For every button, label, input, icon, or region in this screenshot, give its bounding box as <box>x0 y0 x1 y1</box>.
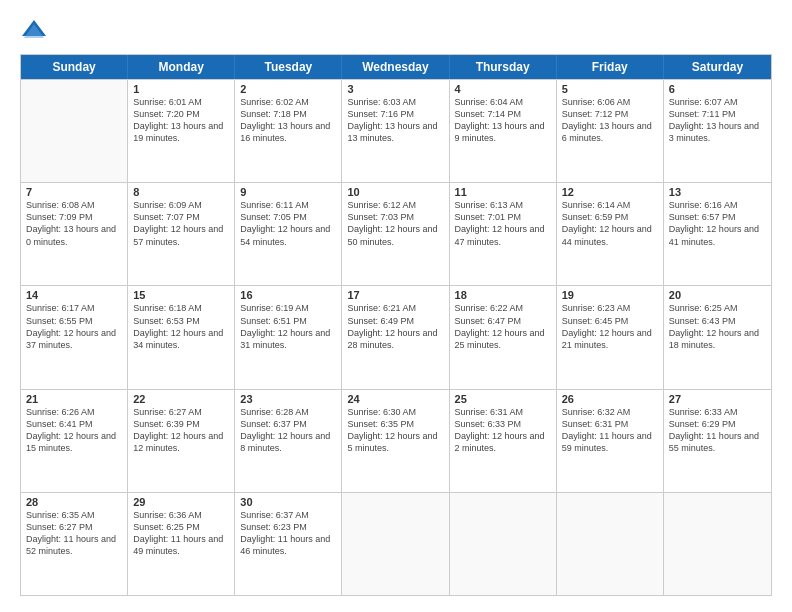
calendar-cell-r4-c5 <box>557 493 664 595</box>
calendar-cell-r3-c3: 24Sunrise: 6:30 AM Sunset: 6:35 PM Dayli… <box>342 390 449 492</box>
calendar-cell-r3-c2: 23Sunrise: 6:28 AM Sunset: 6:37 PM Dayli… <box>235 390 342 492</box>
day-info: Sunrise: 6:04 AM Sunset: 7:14 PM Dayligh… <box>455 96 551 145</box>
day-number: 19 <box>562 289 658 301</box>
calendar-cell-r4-c0: 28Sunrise: 6:35 AM Sunset: 6:27 PM Dayli… <box>21 493 128 595</box>
calendar-cell-r2-c2: 16Sunrise: 6:19 AM Sunset: 6:51 PM Dayli… <box>235 286 342 388</box>
calendar-row-1: 1Sunrise: 6:01 AM Sunset: 7:20 PM Daylig… <box>21 79 771 182</box>
day-number: 18 <box>455 289 551 301</box>
calendar-row-2: 7Sunrise: 6:08 AM Sunset: 7:09 PM Daylig… <box>21 182 771 285</box>
day-number: 6 <box>669 83 766 95</box>
day-info: Sunrise: 6:30 AM Sunset: 6:35 PM Dayligh… <box>347 406 443 455</box>
day-number: 9 <box>240 186 336 198</box>
calendar-cell-r1-c2: 9Sunrise: 6:11 AM Sunset: 7:05 PM Daylig… <box>235 183 342 285</box>
day-number: 8 <box>133 186 229 198</box>
page: SundayMondayTuesdayWednesdayThursdayFrid… <box>0 0 792 612</box>
calendar-row-4: 21Sunrise: 6:26 AM Sunset: 6:41 PM Dayli… <box>21 389 771 492</box>
day-number: 10 <box>347 186 443 198</box>
day-number: 26 <box>562 393 658 405</box>
day-number: 28 <box>26 496 122 508</box>
weekday-header-tuesday: Tuesday <box>235 55 342 79</box>
day-number: 22 <box>133 393 229 405</box>
day-info: Sunrise: 6:32 AM Sunset: 6:31 PM Dayligh… <box>562 406 658 455</box>
day-info: Sunrise: 6:17 AM Sunset: 6:55 PM Dayligh… <box>26 302 122 351</box>
calendar-cell-r0-c5: 5Sunrise: 6:06 AM Sunset: 7:12 PM Daylig… <box>557 80 664 182</box>
day-info: Sunrise: 6:28 AM Sunset: 6:37 PM Dayligh… <box>240 406 336 455</box>
day-number: 20 <box>669 289 766 301</box>
day-number: 12 <box>562 186 658 198</box>
day-info: Sunrise: 6:08 AM Sunset: 7:09 PM Dayligh… <box>26 199 122 248</box>
day-info: Sunrise: 6:25 AM Sunset: 6:43 PM Dayligh… <box>669 302 766 351</box>
day-number: 13 <box>669 186 766 198</box>
day-info: Sunrise: 6:19 AM Sunset: 6:51 PM Dayligh… <box>240 302 336 351</box>
calendar-row-3: 14Sunrise: 6:17 AM Sunset: 6:55 PM Dayli… <box>21 285 771 388</box>
day-info: Sunrise: 6:37 AM Sunset: 6:23 PM Dayligh… <box>240 509 336 558</box>
day-number: 27 <box>669 393 766 405</box>
calendar-cell-r0-c2: 2Sunrise: 6:02 AM Sunset: 7:18 PM Daylig… <box>235 80 342 182</box>
day-info: Sunrise: 6:12 AM Sunset: 7:03 PM Dayligh… <box>347 199 443 248</box>
day-info: Sunrise: 6:03 AM Sunset: 7:16 PM Dayligh… <box>347 96 443 145</box>
calendar-cell-r2-c1: 15Sunrise: 6:18 AM Sunset: 6:53 PM Dayli… <box>128 286 235 388</box>
day-info: Sunrise: 6:02 AM Sunset: 7:18 PM Dayligh… <box>240 96 336 145</box>
day-info: Sunrise: 6:18 AM Sunset: 6:53 PM Dayligh… <box>133 302 229 351</box>
day-info: Sunrise: 6:23 AM Sunset: 6:45 PM Dayligh… <box>562 302 658 351</box>
calendar-cell-r2-c6: 20Sunrise: 6:25 AM Sunset: 6:43 PM Dayli… <box>664 286 771 388</box>
calendar-cell-r0-c4: 4Sunrise: 6:04 AM Sunset: 7:14 PM Daylig… <box>450 80 557 182</box>
calendar: SundayMondayTuesdayWednesdayThursdayFrid… <box>20 54 772 596</box>
weekday-header-friday: Friday <box>557 55 664 79</box>
logo <box>20 16 52 44</box>
day-info: Sunrise: 6:13 AM Sunset: 7:01 PM Dayligh… <box>455 199 551 248</box>
weekday-header-monday: Monday <box>128 55 235 79</box>
calendar-cell-r0-c0 <box>21 80 128 182</box>
day-number: 24 <box>347 393 443 405</box>
header <box>20 16 772 44</box>
day-number: 5 <box>562 83 658 95</box>
day-info: Sunrise: 6:07 AM Sunset: 7:11 PM Dayligh… <box>669 96 766 145</box>
day-number: 15 <box>133 289 229 301</box>
day-number: 3 <box>347 83 443 95</box>
logo-icon <box>20 16 48 44</box>
calendar-cell-r3-c6: 27Sunrise: 6:33 AM Sunset: 6:29 PM Dayli… <box>664 390 771 492</box>
calendar-cell-r1-c1: 8Sunrise: 6:09 AM Sunset: 7:07 PM Daylig… <box>128 183 235 285</box>
calendar-cell-r4-c4 <box>450 493 557 595</box>
calendar-body: 1Sunrise: 6:01 AM Sunset: 7:20 PM Daylig… <box>21 79 771 595</box>
day-number: 17 <box>347 289 443 301</box>
day-info: Sunrise: 6:31 AM Sunset: 6:33 PM Dayligh… <box>455 406 551 455</box>
day-info: Sunrise: 6:36 AM Sunset: 6:25 PM Dayligh… <box>133 509 229 558</box>
calendar-cell-r4-c1: 29Sunrise: 6:36 AM Sunset: 6:25 PM Dayli… <box>128 493 235 595</box>
weekday-header-saturday: Saturday <box>664 55 771 79</box>
day-number: 4 <box>455 83 551 95</box>
day-number: 7 <box>26 186 122 198</box>
calendar-header: SundayMondayTuesdayWednesdayThursdayFrid… <box>21 55 771 79</box>
calendar-cell-r0-c6: 6Sunrise: 6:07 AM Sunset: 7:11 PM Daylig… <box>664 80 771 182</box>
day-info: Sunrise: 6:26 AM Sunset: 6:41 PM Dayligh… <box>26 406 122 455</box>
day-number: 25 <box>455 393 551 405</box>
day-number: 21 <box>26 393 122 405</box>
weekday-header-wednesday: Wednesday <box>342 55 449 79</box>
day-info: Sunrise: 6:27 AM Sunset: 6:39 PM Dayligh… <box>133 406 229 455</box>
day-info: Sunrise: 6:22 AM Sunset: 6:47 PM Dayligh… <box>455 302 551 351</box>
calendar-cell-r2-c4: 18Sunrise: 6:22 AM Sunset: 6:47 PM Dayli… <box>450 286 557 388</box>
calendar-cell-r3-c1: 22Sunrise: 6:27 AM Sunset: 6:39 PM Dayli… <box>128 390 235 492</box>
weekday-header-thursday: Thursday <box>450 55 557 79</box>
day-number: 23 <box>240 393 336 405</box>
day-info: Sunrise: 6:35 AM Sunset: 6:27 PM Dayligh… <box>26 509 122 558</box>
day-number: 2 <box>240 83 336 95</box>
day-number: 16 <box>240 289 336 301</box>
day-info: Sunrise: 6:16 AM Sunset: 6:57 PM Dayligh… <box>669 199 766 248</box>
calendar-cell-r2-c3: 17Sunrise: 6:21 AM Sunset: 6:49 PM Dayli… <box>342 286 449 388</box>
day-number: 30 <box>240 496 336 508</box>
calendar-cell-r3-c4: 25Sunrise: 6:31 AM Sunset: 6:33 PM Dayli… <box>450 390 557 492</box>
calendar-cell-r0-c1: 1Sunrise: 6:01 AM Sunset: 7:20 PM Daylig… <box>128 80 235 182</box>
calendar-cell-r1-c0: 7Sunrise: 6:08 AM Sunset: 7:09 PM Daylig… <box>21 183 128 285</box>
calendar-cell-r3-c0: 21Sunrise: 6:26 AM Sunset: 6:41 PM Dayli… <box>21 390 128 492</box>
day-info: Sunrise: 6:14 AM Sunset: 6:59 PM Dayligh… <box>562 199 658 248</box>
calendar-cell-r1-c5: 12Sunrise: 6:14 AM Sunset: 6:59 PM Dayli… <box>557 183 664 285</box>
day-number: 1 <box>133 83 229 95</box>
calendar-cell-r4-c2: 30Sunrise: 6:37 AM Sunset: 6:23 PM Dayli… <box>235 493 342 595</box>
day-info: Sunrise: 6:21 AM Sunset: 6:49 PM Dayligh… <box>347 302 443 351</box>
day-number: 11 <box>455 186 551 198</box>
day-info: Sunrise: 6:33 AM Sunset: 6:29 PM Dayligh… <box>669 406 766 455</box>
calendar-cell-r2-c0: 14Sunrise: 6:17 AM Sunset: 6:55 PM Dayli… <box>21 286 128 388</box>
day-info: Sunrise: 6:06 AM Sunset: 7:12 PM Dayligh… <box>562 96 658 145</box>
calendar-row-5: 28Sunrise: 6:35 AM Sunset: 6:27 PM Dayli… <box>21 492 771 595</box>
